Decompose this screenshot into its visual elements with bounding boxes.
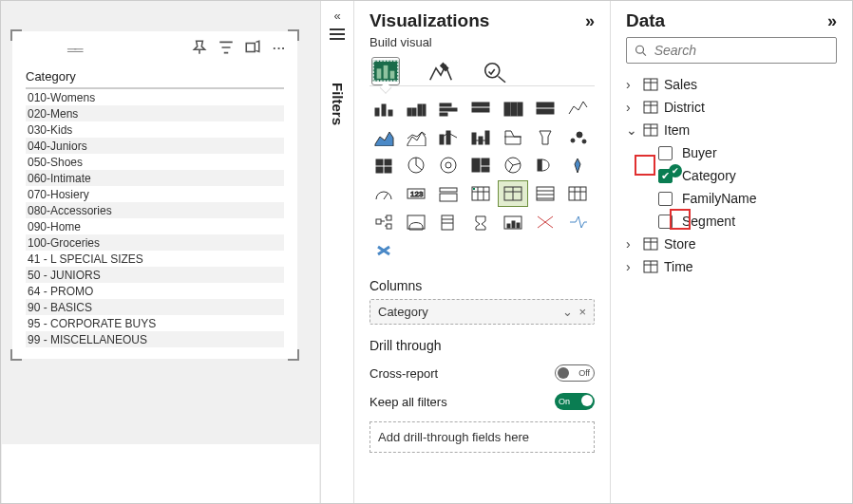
table-visual[interactable]: ══ ··· Category 010-Womens020-Mens030-Ki… (12, 31, 297, 359)
svg-rect-29 (472, 133, 476, 144)
checkbox[interactable] (658, 146, 673, 160)
viz-type-8[interactable] (402, 124, 430, 149)
cross-report-toggle[interactable]: Off (555, 364, 595, 382)
field-category[interactable]: ✔ Category (626, 164, 837, 187)
viz-type-17[interactable] (466, 153, 495, 177)
viz-type-3[interactable] (466, 96, 495, 121)
viz-type-14[interactable] (370, 153, 398, 177)
viz-type-25[interactable] (499, 181, 527, 206)
viz-type-22[interactable]: 123 (402, 181, 430, 206)
collapse-data-icon[interactable]: » (827, 11, 837, 31)
viz-type-32[interactable] (499, 210, 527, 234)
table-row[interactable]: 010-Womens (26, 89, 284, 105)
viz-type-31[interactable] (466, 210, 495, 234)
viz-type-5[interactable] (531, 96, 559, 121)
table-row[interactable]: 41 - L SPECIAL SIZES (26, 251, 284, 267)
table-row[interactable]: 99 - MISCELLANEOUS (26, 331, 284, 347)
report-canvas[interactable]: ══ ··· Category 010-Womens020-Mens030-Ki… (1, 1, 320, 503)
svg-rect-6 (377, 69, 382, 79)
keep-filters-toggle[interactable]: On (555, 393, 595, 410)
viz-type-19[interactable] (531, 153, 559, 177)
viz-type-28[interactable] (370, 210, 398, 234)
checkbox[interactable] (658, 192, 673, 206)
checkbox[interactable] (658, 215, 673, 229)
visualizations-pane: Visualizations » Build visual 123 Column… (354, 1, 611, 503)
viz-type-1[interactable] (402, 96, 430, 121)
collapse-viz-icon[interactable]: » (585, 11, 595, 31)
pin-icon[interactable] (191, 39, 208, 56)
columns-field-well[interactable]: Category ⌄ × (370, 299, 595, 325)
expand-filters-icon[interactable]: « (321, 1, 353, 23)
viz-type-15[interactable] (402, 153, 430, 177)
svg-rect-24 (518, 103, 522, 116)
viz-type-24[interactable] (466, 181, 495, 206)
svg-rect-12 (389, 110, 392, 116)
viz-type-20[interactable] (563, 153, 592, 177)
svg-rect-35 (376, 159, 383, 165)
viz-type-34[interactable] (563, 210, 592, 234)
analytics-tab[interactable] (482, 57, 510, 85)
table-store[interactable]: › Store (626, 233, 837, 255)
focus-mode-icon[interactable] (244, 39, 261, 56)
svg-rect-46 (538, 159, 541, 171)
viz-type-4[interactable] (499, 96, 527, 121)
drillthrough-field-well[interactable]: Add drill-through fields here (370, 421, 595, 453)
chevron-down-icon[interactable]: ⌄ (562, 305, 573, 319)
table-row[interactable]: 020-Mens (26, 105, 284, 121)
table-column-header[interactable]: Category (26, 69, 284, 89)
viz-type-26[interactable] (531, 181, 559, 206)
table-row[interactable]: 070-Hosiery (26, 186, 284, 202)
viz-type-18[interactable] (499, 153, 527, 177)
build-visual-tab[interactable] (371, 57, 400, 85)
table-time[interactable]: › Time (626, 255, 837, 278)
viz-type-30[interactable] (434, 210, 463, 234)
filters-pane-collapsed[interactable]: « Filters (320, 1, 354, 503)
viz-type-36[interactable] (402, 238, 430, 263)
viz-type-21[interactable] (370, 181, 398, 206)
viz-type-12[interactable] (531, 124, 559, 149)
drag-handle-icon[interactable]: ══ (67, 43, 81, 57)
viz-type-13[interactable] (563, 124, 592, 149)
table-row[interactable]: 030-Kids (26, 121, 284, 138)
table-district[interactable]: › District (626, 96, 837, 119)
table-row[interactable]: 50 - JUNIORS (26, 267, 284, 283)
viz-type-0[interactable] (370, 96, 398, 121)
table-row[interactable]: 100-Groceries (26, 234, 284, 251)
table-row[interactable]: 040-Juniors (26, 138, 284, 154)
table-sales[interactable]: › Sales (626, 73, 837, 96)
viz-type-27[interactable] (563, 181, 592, 206)
viz-type-11[interactable] (499, 124, 527, 149)
viz-type-2[interactable] (434, 96, 463, 121)
table-row[interactable]: 080-Accessories (26, 202, 284, 218)
svg-rect-2 (330, 33, 345, 35)
format-visual-tab[interactable] (426, 57, 455, 85)
viz-type-33[interactable] (531, 210, 559, 234)
table-item[interactable]: ⌄ Item (626, 119, 837, 141)
table-row[interactable]: 060-Intimate (26, 170, 284, 186)
fields-search-input[interactable] (653, 42, 828, 59)
svg-rect-50 (440, 194, 457, 201)
viz-type-29[interactable] (402, 210, 430, 234)
table-row[interactable]: 64 - PROMO (26, 283, 284, 299)
viz-type-23[interactable] (434, 181, 463, 206)
viz-type-9[interactable] (434, 124, 463, 149)
table-row[interactable]: 90 - BASICS (26, 299, 284, 315)
table-icon (643, 237, 658, 251)
field-segment[interactable]: Segment (626, 210, 837, 233)
field-buyer[interactable]: Buyer (626, 141, 837, 164)
field-familyname[interactable]: FamilyName (626, 187, 837, 210)
viz-type-10[interactable] (466, 124, 495, 149)
filter-icon[interactable] (218, 39, 235, 56)
viz-type-7[interactable] (370, 124, 398, 149)
viz-type-35[interactable] (370, 238, 398, 263)
table-row[interactable]: 050-Shoes (26, 154, 284, 170)
remove-field-icon[interactable]: × (578, 305, 586, 319)
viz-type-6[interactable] (563, 96, 592, 121)
table-row[interactable]: 95 - CORPORATE BUYS (26, 315, 284, 331)
svg-rect-20 (472, 103, 489, 106)
more-options-icon[interactable]: ··· (271, 39, 288, 56)
viz-type-37[interactable] (434, 238, 463, 263)
viz-type-16[interactable] (434, 153, 463, 177)
fields-search-box[interactable] (626, 37, 837, 64)
table-row[interactable]: 090-Home (26, 218, 284, 234)
